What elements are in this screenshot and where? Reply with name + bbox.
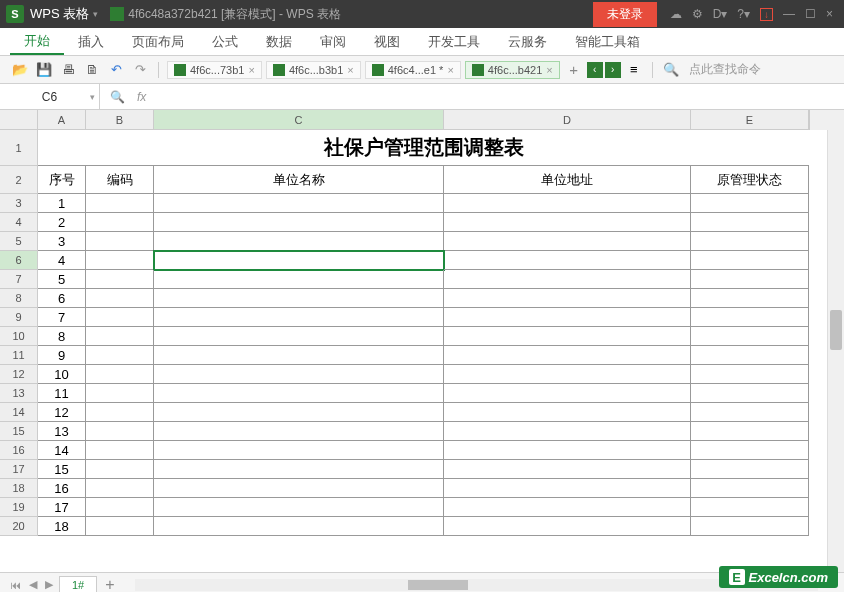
cell-C18[interactable]: [154, 479, 444, 498]
menu-开发工具[interactable]: 开发工具: [414, 28, 494, 55]
header-cell-B[interactable]: 编码: [86, 166, 154, 194]
maximize-button[interactable]: ☐: [805, 7, 816, 21]
cell-C8[interactable]: [154, 289, 444, 308]
help-icon[interactable]: ?▾: [737, 7, 750, 21]
cell-B16[interactable]: [86, 441, 154, 460]
cell-D4[interactable]: [444, 213, 691, 232]
cell-E18[interactable]: [691, 479, 809, 498]
menu-开始[interactable]: 开始: [10, 28, 64, 55]
cell-D7[interactable]: [444, 270, 691, 289]
row-header-2[interactable]: 2: [0, 166, 38, 194]
row-header-20[interactable]: 20: [0, 517, 38, 536]
menu-页面布局[interactable]: 页面布局: [118, 28, 198, 55]
cell-D11[interactable]: [444, 346, 691, 365]
column-header-E[interactable]: E: [691, 110, 809, 130]
header-cell-D[interactable]: 单位地址: [444, 166, 691, 194]
cell-E7[interactable]: [691, 270, 809, 289]
cell-D5[interactable]: [444, 232, 691, 251]
row-header-16[interactable]: 16: [0, 441, 38, 460]
cell-D12[interactable]: [444, 365, 691, 384]
cell-B14[interactable]: [86, 403, 154, 422]
cell-A20[interactable]: 18: [38, 517, 86, 536]
row-header-17[interactable]: 17: [0, 460, 38, 479]
cell-D14[interactable]: [444, 403, 691, 422]
menu-数据[interactable]: 数据: [252, 28, 306, 55]
cell-E15[interactable]: [691, 422, 809, 441]
sheet-title-cell[interactable]: 社保户管理范围调整表: [38, 130, 809, 166]
update-icon[interactable]: ↓: [760, 8, 773, 21]
undo-icon[interactable]: ↶: [107, 61, 125, 79]
cell-C7[interactable]: [154, 270, 444, 289]
column-header-C[interactable]: C: [154, 110, 444, 130]
row-header-8[interactable]: 8: [0, 289, 38, 308]
cell-C10[interactable]: [154, 327, 444, 346]
cell-E20[interactable]: [691, 517, 809, 536]
sheet-nav-next[interactable]: ▶: [45, 578, 53, 591]
cell-D8[interactable]: [444, 289, 691, 308]
horizontal-scrollbar[interactable]: [135, 579, 818, 591]
column-header-A[interactable]: A: [38, 110, 86, 130]
cell-B9[interactable]: [86, 308, 154, 327]
save-icon[interactable]: 💾: [35, 61, 53, 79]
cell-B12[interactable]: [86, 365, 154, 384]
spreadsheet-grid[interactable]: ABCDE 1社保户管理范围调整表2序号编码单位名称单位地址原管理状态31425…: [0, 110, 844, 572]
cell-A5[interactable]: 3: [38, 232, 86, 251]
cell-B3[interactable]: [86, 194, 154, 213]
header-cell-E[interactable]: 原管理状态: [691, 166, 809, 194]
cell-B10[interactable]: [86, 327, 154, 346]
cell-B7[interactable]: [86, 270, 154, 289]
cell-B13[interactable]: [86, 384, 154, 403]
sheet-tab[interactable]: 1#: [59, 576, 97, 593]
close-tab-icon[interactable]: ×: [347, 64, 353, 76]
search-icon[interactable]: 🔍: [662, 61, 680, 79]
cell-A17[interactable]: 15: [38, 460, 86, 479]
cell-E16[interactable]: [691, 441, 809, 460]
row-header-11[interactable]: 11: [0, 346, 38, 365]
sheet-nav-first[interactable]: ⏮: [10, 579, 21, 591]
app-menu-dropdown[interactable]: ▾: [93, 9, 98, 19]
fx-label[interactable]: fx: [137, 90, 146, 104]
cell-A18[interactable]: 16: [38, 479, 86, 498]
cell-E8[interactable]: [691, 289, 809, 308]
row-header-14[interactable]: 14: [0, 403, 38, 422]
cell-D13[interactable]: [444, 384, 691, 403]
cell-E10[interactable]: [691, 327, 809, 346]
menu-插入[interactable]: 插入: [64, 28, 118, 55]
close-button[interactable]: ×: [826, 7, 833, 21]
row-header-7[interactable]: 7: [0, 270, 38, 289]
header-cell-C[interactable]: 单位名称: [154, 166, 444, 194]
minimize-button[interactable]: —: [783, 7, 795, 21]
row-header-15[interactable]: 15: [0, 422, 38, 441]
formula-input[interactable]: [156, 84, 844, 109]
cell-A8[interactable]: 6: [38, 289, 86, 308]
cell-A6[interactable]: 4: [38, 251, 86, 270]
cell-B20[interactable]: [86, 517, 154, 536]
header-cell-A[interactable]: 序号: [38, 166, 86, 194]
cell-A3[interactable]: 1: [38, 194, 86, 213]
cell-D17[interactable]: [444, 460, 691, 479]
cell-E14[interactable]: [691, 403, 809, 422]
sheet-nav-prev[interactable]: ◀: [29, 578, 37, 591]
cell-B19[interactable]: [86, 498, 154, 517]
cell-A16[interactable]: 14: [38, 441, 86, 460]
cell-A19[interactable]: 17: [38, 498, 86, 517]
cell-D16[interactable]: [444, 441, 691, 460]
print-icon[interactable]: 🖶: [59, 61, 77, 79]
row-header-9[interactable]: 9: [0, 308, 38, 327]
cell-D6[interactable]: [444, 251, 691, 270]
new-tab-button[interactable]: +: [565, 61, 583, 79]
cell-E17[interactable]: [691, 460, 809, 479]
row-header-13[interactable]: 13: [0, 384, 38, 403]
cell-E5[interactable]: [691, 232, 809, 251]
vertical-scrollbar[interactable]: [827, 130, 844, 572]
cell-A14[interactable]: 12: [38, 403, 86, 422]
row-header-18[interactable]: 18: [0, 479, 38, 498]
close-tab-icon[interactable]: ×: [546, 64, 552, 76]
menu-审阅[interactable]: 审阅: [306, 28, 360, 55]
cell-B15[interactable]: [86, 422, 154, 441]
cell-C17[interactable]: [154, 460, 444, 479]
row-header-19[interactable]: 19: [0, 498, 38, 517]
file-tab[interactable]: 4f6c4...e1 *×: [365, 61, 461, 79]
cell-C15[interactable]: [154, 422, 444, 441]
cell-C9[interactable]: [154, 308, 444, 327]
